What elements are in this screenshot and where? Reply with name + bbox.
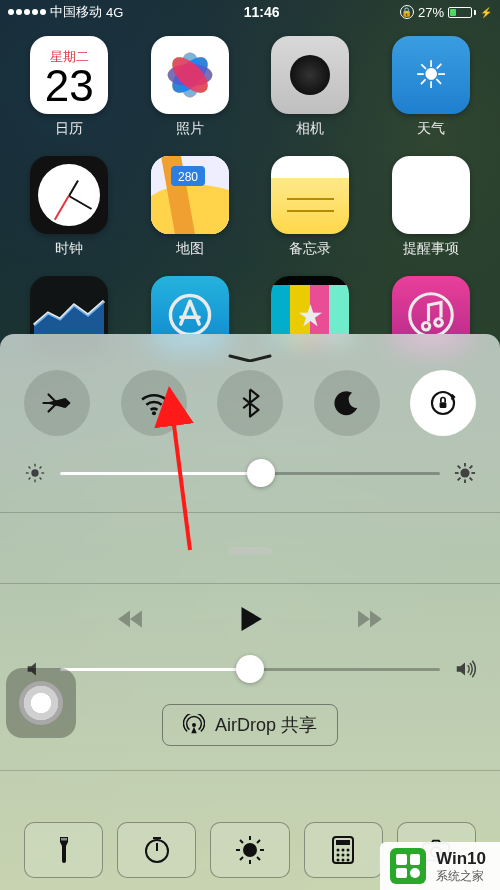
- phone-screen: 中国移动 4G 11:46 🔒 27% ⚡ 星期二 23 日历: [0, 0, 500, 890]
- calculator-button[interactable]: [304, 822, 383, 878]
- brightness-slider[interactable]: [24, 462, 476, 484]
- orientation-lock-toggle[interactable]: [410, 370, 476, 436]
- now-playing-label: [228, 547, 272, 555]
- toggle-row: [24, 370, 476, 436]
- svg-line-21: [40, 478, 42, 480]
- battery-percent-label: 27%: [418, 5, 444, 20]
- divider: [0, 770, 500, 771]
- svg-line-29: [458, 466, 461, 469]
- maps-icon: 280: [151, 156, 229, 234]
- maps-badge: 280: [178, 170, 198, 184]
- volume-track[interactable]: [60, 668, 440, 671]
- bluetooth-icon: [233, 386, 267, 420]
- app-label: 提醒事项: [403, 240, 459, 258]
- svg-point-49: [337, 849, 340, 852]
- watermark-line2: 系统之家: [436, 869, 486, 883]
- flashlight-icon: [49, 835, 79, 865]
- app-notes[interactable]: 备忘录: [259, 156, 362, 258]
- svg-point-11: [410, 294, 453, 337]
- svg-line-22: [29, 478, 31, 480]
- watermark: Win10 系统之家: [380, 842, 500, 890]
- timer-icon: [142, 835, 172, 865]
- svg-line-30: [470, 478, 473, 481]
- clock-label: 11:46: [244, 4, 280, 20]
- orientation-lock-indicator-icon: 🔒: [400, 5, 414, 19]
- brightness-thumb[interactable]: [247, 459, 275, 487]
- night-shift-button[interactable]: [210, 822, 289, 878]
- brightness-track[interactable]: [60, 472, 440, 475]
- svg-rect-34: [61, 838, 67, 841]
- photos-icon: [151, 36, 229, 114]
- svg-point-51: [347, 849, 350, 852]
- brightness-low-icon: [24, 462, 46, 484]
- do-not-disturb-toggle[interactable]: [314, 370, 380, 436]
- volume-thumb[interactable]: [236, 655, 264, 683]
- app-label: 天气: [417, 120, 445, 138]
- airplane-icon: [40, 386, 74, 420]
- weather-icon: ☀︎: [392, 36, 470, 114]
- volume-high-icon: [454, 658, 476, 680]
- app-label: 地图: [176, 240, 204, 258]
- watermark-logo-icon: [390, 848, 426, 884]
- airdrop-button[interactable]: AirDrop 共享: [162, 704, 338, 746]
- app-weather[interactable]: ☀︎ 天气: [380, 36, 483, 138]
- svg-point-56: [342, 859, 345, 862]
- assistive-touch-button[interactable]: [6, 668, 76, 738]
- app-label: 日历: [55, 120, 83, 138]
- airdrop-label: AirDrop 共享: [215, 713, 317, 737]
- now-playing-title[interactable]: [24, 531, 476, 571]
- svg-line-45: [240, 857, 243, 860]
- svg-point-54: [347, 854, 350, 857]
- next-track-button[interactable]: [353, 602, 387, 636]
- notes-icon: [271, 156, 349, 234]
- app-clock[interactable]: 时钟: [18, 156, 121, 258]
- svg-line-20: [29, 467, 31, 469]
- app-label: 时钟: [55, 240, 83, 258]
- charging-icon: ⚡: [480, 7, 492, 18]
- wifi-toggle[interactable]: [121, 370, 187, 436]
- flashlight-button[interactable]: [24, 822, 103, 878]
- svg-point-24: [460, 468, 469, 477]
- svg-point-50: [342, 849, 345, 852]
- svg-point-55: [337, 859, 340, 862]
- airdrop-row: AirDrop 共享: [24, 704, 476, 746]
- calendar-icon: 星期二 23: [30, 36, 108, 114]
- app-camera[interactable]: 相机: [259, 36, 362, 138]
- assistive-touch-icon: [19, 681, 63, 725]
- svg-point-38: [243, 843, 257, 857]
- divider: [0, 512, 500, 513]
- svg-line-43: [240, 840, 243, 843]
- home-screen-apps: 星期二 23 日历 照片 相机: [0, 36, 500, 354]
- previous-track-button[interactable]: [113, 602, 147, 636]
- svg-line-46: [257, 840, 260, 843]
- app-photos[interactable]: 照片: [139, 36, 242, 138]
- play-button[interactable]: [233, 602, 267, 636]
- svg-line-44: [257, 857, 260, 860]
- svg-rect-14: [440, 402, 447, 408]
- orientation-lock-icon: [426, 386, 460, 420]
- app-maps[interactable]: 280 地图: [139, 156, 242, 258]
- airdrop-icon: [183, 714, 205, 736]
- status-bar: 中国移动 4G 11:46 🔒 27% ⚡: [0, 0, 500, 24]
- signal-strength-icon: [8, 9, 46, 15]
- watermark-line1: Win10: [436, 849, 486, 869]
- grabber-handle-icon[interactable]: [228, 348, 272, 356]
- app-reminders[interactable]: 提醒事项: [380, 156, 483, 258]
- svg-point-12: [151, 411, 155, 415]
- app-calendar[interactable]: 星期二 23 日历: [18, 36, 121, 138]
- playback-controls: [24, 602, 476, 636]
- svg-line-31: [458, 478, 461, 481]
- timer-button[interactable]: [117, 822, 196, 878]
- svg-line-23: [40, 467, 42, 469]
- divider: [0, 583, 500, 584]
- svg-line-32: [470, 466, 473, 469]
- carrier-label: 中国移动: [50, 3, 102, 21]
- airplane-mode-toggle[interactable]: [24, 370, 90, 436]
- bluetooth-toggle[interactable]: [217, 370, 283, 436]
- network-label: 4G: [106, 5, 123, 20]
- camera-icon: [271, 36, 349, 114]
- battery-icon: [448, 7, 476, 18]
- calendar-day: 23: [45, 66, 94, 106]
- volume-slider[interactable]: [24, 658, 476, 680]
- brightness-high-icon: [454, 462, 476, 484]
